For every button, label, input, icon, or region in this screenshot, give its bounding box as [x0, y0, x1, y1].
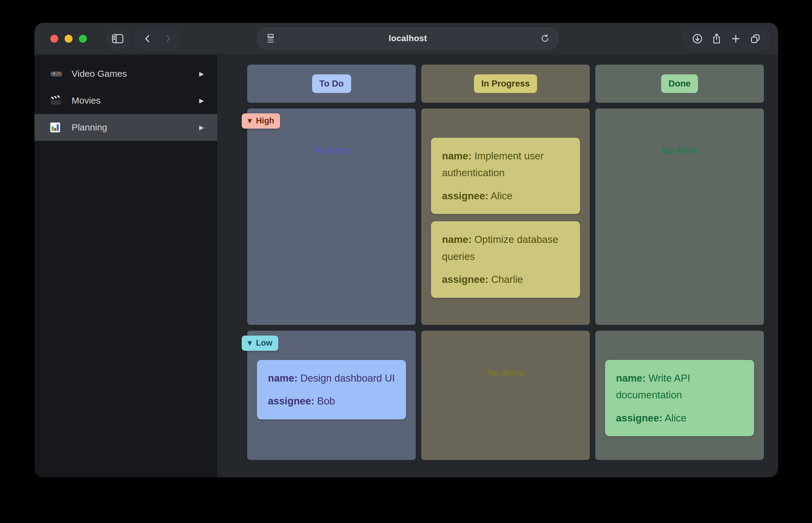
card-assignee-line: assignee: Bob — [268, 393, 395, 409]
sidebar-item-label: Planning — [72, 122, 199, 132]
card-assignee-value: Charlie — [491, 274, 523, 285]
plus-icon — [730, 34, 741, 44]
lane-label-high: High — [256, 116, 274, 126]
card-name-line: name: Write API documentation — [616, 370, 743, 403]
page-content: To Do In Progress Done ▼ High No items n… — [217, 55, 778, 477]
field-label-name: name: — [442, 150, 471, 162]
field-label-name: name: — [616, 373, 646, 384]
lane-label-low: Low — [256, 338, 272, 348]
sidebar-item-movies[interactable]: Movies ▶ — [34, 87, 217, 114]
browser-window: localhost — [34, 23, 778, 477]
card-assignee-line: assignee: Alice — [616, 410, 743, 427]
empty-cell-text: No items — [431, 367, 580, 378]
empty-cell-text: No items — [605, 145, 754, 156]
lane-collapse-badge-high[interactable]: ▼ High — [242, 113, 280, 129]
field-label-assignee: assignee: — [442, 274, 488, 285]
reload-icon — [540, 34, 550, 43]
cell-todo-high: ▼ High No items — [247, 108, 416, 325]
cell-done-low: name: Write API documentation assignee: … — [595, 331, 764, 460]
column-badge-in-progress: In Progress — [474, 74, 537, 93]
lane-collapse-badge-low[interactable]: ▼ Low — [242, 336, 278, 351]
disclosure-arrow-icon: ▶ — [199, 97, 204, 104]
sidebar-item-video-games[interactable]: Video Games ▶ — [34, 60, 217, 87]
traffic-lights — [50, 35, 87, 43]
task-card-design-dashboard-ui[interactable]: name: Design dashboard UI assignee: Bob — [257, 360, 406, 419]
chevron-right-icon — [163, 34, 173, 43]
disclosure-arrow-icon: ▶ — [199, 70, 204, 77]
nav-back-forward-group — [135, 28, 180, 50]
field-label-assignee: assignee: — [268, 395, 314, 407]
browser-sidebar: Video Games ▶ — [34, 55, 217, 477]
task-card-implement-user-authentication[interactable]: name: Implement user authentication assi… — [431, 138, 580, 214]
clapperboard-icon — [50, 95, 64, 106]
task-card-optimize-database-queries[interactable]: name: Optimize database queries assignee… — [431, 221, 580, 297]
back-button[interactable] — [138, 34, 158, 43]
field-label-assignee: assignee: — [616, 412, 662, 423]
field-label-name: name: — [442, 234, 471, 245]
sidebar-toggle-icon — [112, 34, 123, 43]
card-assignee-line: assignee: Charlie — [442, 271, 569, 288]
field-label-name: name: — [268, 373, 297, 384]
chevron-left-icon — [143, 34, 152, 43]
column-badge-todo: To Do — [312, 74, 351, 93]
tabs-overview-icon — [750, 33, 761, 44]
cell-in-progress-high: name: Implement user authentication assi… — [421, 108, 590, 325]
minimize-window-button[interactable] — [65, 35, 73, 43]
download-icon — [692, 33, 703, 44]
sidebar-item-planning[interactable]: Planning ▶ — [34, 114, 217, 141]
page-format-icon — [266, 34, 275, 43]
sidebar-item-label: Video Games — [72, 69, 199, 79]
field-label-assignee: assignee: — [442, 190, 488, 201]
column-header-todo: To Do — [247, 65, 416, 103]
url-text: localhost — [284, 34, 532, 43]
reload-button[interactable] — [532, 34, 558, 43]
browser-titlebar: localhost — [34, 23, 778, 55]
cell-done-high: No items — [595, 108, 764, 325]
tab-overview-button[interactable] — [750, 33, 761, 44]
gamepad-icon — [50, 69, 64, 79]
card-name-line: name: Design dashboard UI — [268, 370, 395, 386]
sidebar-item-label: Movies — [72, 95, 199, 106]
card-assignee-value: Alice — [491, 190, 513, 201]
toolbar-action-group — [683, 28, 770, 50]
card-assignee-value: Alice — [665, 412, 687, 423]
cell-todo-low: ▼ Low name: Design dashboard UI assignee… — [247, 331, 416, 460]
forward-button[interactable] — [158, 34, 178, 43]
card-assignee-line: assignee: Alice — [442, 187, 569, 204]
close-window-button[interactable] — [50, 35, 58, 43]
kanban-board: To Do In Progress Done ▼ High No items n… — [247, 65, 764, 460]
share-button[interactable] — [712, 33, 721, 44]
task-card-write-api-documentation[interactable]: name: Write API documentation assignee: … — [605, 360, 754, 436]
empty-cell-text: No items — [257, 145, 406, 156]
share-icon — [712, 33, 721, 44]
card-name-line: name: Implement user authentication — [442, 147, 569, 181]
new-tab-button[interactable] — [730, 34, 741, 44]
card-name-value: Design dashboard UI — [300, 373, 395, 384]
collapse-triangle-icon: ▼ — [248, 118, 252, 124]
toggle-sidebar-button[interactable] — [106, 28, 129, 50]
bar-chart-icon — [50, 122, 64, 133]
downloads-button[interactable] — [692, 33, 703, 44]
column-badge-done: Done — [661, 74, 698, 93]
collapse-triangle-icon: ▼ — [248, 340, 252, 346]
cell-in-progress-low: No items — [421, 331, 590, 460]
page-format-button[interactable] — [258, 34, 284, 43]
column-header-in-progress: In Progress — [421, 65, 590, 103]
address-bar[interactable]: localhost — [257, 28, 558, 49]
zoom-window-button[interactable] — [79, 35, 87, 43]
card-assignee-value: Bob — [317, 395, 335, 407]
disclosure-arrow-icon: ▶ — [199, 124, 204, 131]
column-header-done: Done — [595, 65, 764, 103]
card-name-line: name: Optimize database queries — [442, 231, 569, 265]
